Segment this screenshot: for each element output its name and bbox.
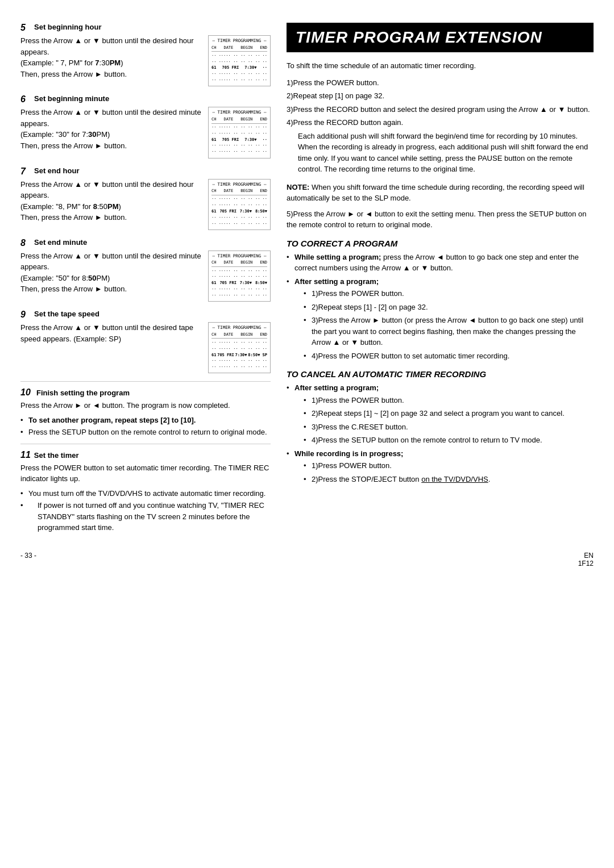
step-10-number: 10 (20, 387, 33, 398)
right-steps-list: 1)Press the POWER button. 2)Repeat step … (287, 77, 594, 175)
correct-bullet-2: After setting a program; 1)Press the POW… (287, 276, 594, 362)
cancel-sub-1: 1)Press the POWER button. (304, 395, 594, 406)
cancel-timer-title: TO CANCEL AN AUTOMATIC TIMER RECORDING (287, 369, 594, 379)
step-7-block: 7 Set end hour Press the Arrow ▲ or ▼ bu… (20, 166, 271, 230)
step-11-bullet-2: If power is not turned off and you conti… (20, 500, 271, 533)
cancel-timer-bullets: After setting a program; 1)Press the POW… (287, 382, 594, 485)
divider-1 (20, 381, 271, 382)
cancel-sub-3: 3)Press the C.RESET button. (304, 422, 594, 433)
step-5-title: Set beginning hour (34, 23, 101, 31)
right-step-3: 3)Press the RECORD button and select the… (287, 104, 594, 115)
step-7-text: Press the Arrow ▲ or ▼ button until the … (20, 179, 202, 223)
step-8-number: 8 (20, 238, 31, 248)
step-7-number: 7 (20, 166, 31, 177)
right-step-2: 2)Repeat step [1] on page 32. (287, 90, 594, 102)
cancel-sub-steps-1: 1)Press the POWER button. 2)Repeat steps… (294, 395, 594, 446)
cancel-sub-5: 1)Press POWER button. (304, 460, 594, 471)
step-10-title: Finish setting the program (36, 389, 130, 397)
step-5-block: 5 Set beginning hour Press the Arrow ▲ o… (20, 23, 271, 86)
cancel-sub-steps-2: 1)Press POWER button. 2)Press the STOP/E… (294, 460, 594, 485)
step-10-bullet-2: Press the SETUP button on the remote con… (20, 427, 271, 438)
right-step-4a: 4)Press the RECORD button again. (287, 117, 594, 128)
step-11-block: 11 Set the timer Press the POWER button … (20, 450, 271, 533)
step-6-number: 6 (20, 94, 31, 105)
right-column: TIMER PROGRAM EXTENSION To shift the tim… (287, 23, 594, 535)
correct-sub-2: 2)Repeat steps [1] - [2] on page 32. (304, 302, 594, 313)
right-step-1: 1)Press the POWER button. (287, 77, 594, 89)
step-11-text: Press the POWER button to set automatic … (20, 462, 271, 485)
cancel-sub-4: 4)Press the SETUP button on the remote c… (304, 435, 594, 446)
step-8-text: Press the Arrow ▲ or ▼ button until the … (20, 251, 202, 295)
page-footer: - 33 - EN 1F12 (20, 552, 594, 567)
correct-program-title: TO CORRECT A PROGRAM (287, 239, 594, 248)
correct-bullet-1: While setting a program; press the Arrow… (287, 252, 594, 274)
cancel-bullet-1: After setting a program; 1)Press the POW… (287, 382, 594, 446)
step-10-bullet-1: To set another program, repeat steps [2]… (20, 415, 271, 426)
step-10-block: 10 Finish setting the program Press the … (20, 387, 271, 438)
step-10-text: Press the Arrow ► or ◄ button. The progr… (20, 400, 271, 411)
step-6-display: – TIMER PROGRAMMING – CHDATEBEGINEND ·· … (208, 107, 271, 158)
divider-2 (20, 444, 271, 444)
step-8-display: – TIMER PROGRAMMING – CHDATEBEGINEND ·· … (208, 251, 271, 302)
step-5-text: Press the Arrow ▲ or ▼ button until the … (20, 35, 202, 80)
correct-sub-4: 4)Press the POWER button to set automati… (304, 350, 594, 362)
step-7-title: Set end hour (34, 166, 79, 175)
step-6-block: 6 Set beginning minute Press the Arrow ▲… (20, 94, 271, 158)
footer-en: EN (578, 552, 594, 560)
cancel-bullet-2: While recording is in progress; 1)Press … (287, 448, 594, 485)
step-6-title: Set beginning minute (34, 94, 109, 103)
step-9-title: Set the tape speed (34, 310, 99, 318)
step-5-display: – TIMER PROGRAMMING – CHDATEBEGINEND ·· … (208, 35, 271, 86)
right-step-5: 5)Press the Arrow ► or ◄ button to exit … (287, 208, 594, 231)
cancel-sub-2: 2)Repeat steps [1] ~ [2] on page 32 and … (304, 408, 594, 419)
step-8-block: 8 Set end minute Press the Arrow ▲ or ▼ … (20, 238, 271, 302)
right-step-4b: Each additional push will shift forward … (287, 131, 594, 175)
page-number: - 33 - (20, 552, 36, 567)
step-9-block: 9 Set the tape speed Press the Arrow ▲ o… (20, 310, 271, 373)
page-main-title: TIMER PROGRAM EXTENSION (287, 23, 594, 52)
step-11-title: Set the timer (34, 451, 79, 460)
step-8-title: Set end minute (34, 238, 87, 247)
step-9-text: Press the Arrow ▲ or ▼ button until the … (20, 322, 202, 344)
correct-sub-steps: 1)Press the POWER button. 2)Repeat steps… (294, 288, 594, 361)
step-5-number: 5 (20, 23, 31, 33)
correct-sub-3: 3)Press the Arrow ► button (or press the… (304, 315, 594, 348)
footer-model: 1F12 (578, 560, 594, 567)
step-6-text: Press the Arrow ▲ or ▼ button until the … (20, 107, 202, 151)
step-10-bullets: To set another program, repeat steps [2]… (20, 415, 271, 438)
left-column: 5 Set beginning hour Press the Arrow ▲ o… (20, 23, 271, 535)
step-11-bullets: You must turn off the TV/DVD/VHS to acti… (20, 488, 271, 533)
right-intro: To shift the time schedule of an automat… (287, 60, 594, 72)
step-11-number: 11 (20, 450, 31, 460)
cancel-sub-6: 2)Press the STOP/EJECT button on the TV/… (304, 474, 594, 485)
step-7-display: – TIMER PROGRAMMING – CHDATEBEGINEND ·· … (208, 179, 271, 230)
right-note: NOTE: When you shift forward the time sc… (287, 182, 594, 204)
correct-sub-1: 1)Press the POWER button. (304, 288, 594, 299)
step-9-number: 9 (20, 310, 31, 320)
step-11-bullet-1: You must turn off the TV/DVD/VHS to acti… (20, 488, 271, 499)
step-9-display: – TIMER PROGRAMMING – CHDATEBEGINEND ·· … (208, 322, 271, 373)
correct-program-bullets: While setting a program; press the Arrow… (287, 252, 594, 362)
footer-right: EN 1F12 (578, 552, 594, 567)
